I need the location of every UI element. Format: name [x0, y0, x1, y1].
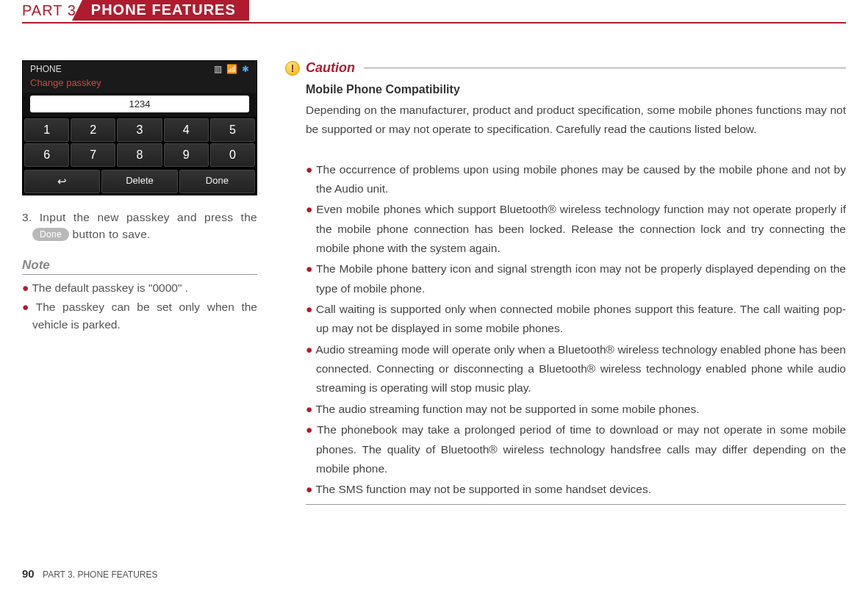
note-item-1: ●The default passkey is "0000" .	[22, 279, 257, 297]
caution-text: The phonebook may take a prolonged perio…	[316, 423, 846, 475]
note-heading: Note	[22, 258, 257, 275]
bullet-dot: ●	[306, 203, 316, 215]
caution-bullet-1: ●The occurrence of problems upon using m…	[306, 160, 846, 199]
key-8[interactable]: 8	[117, 143, 162, 167]
caution-end-rule	[306, 504, 846, 505]
caution-body: Mobile Phone Compatibility Depending on …	[285, 83, 846, 505]
caution-bullet-3: ●The Mobile phone battery icon and signa…	[306, 259, 846, 298]
caution-bullet-5: ●Audio streaming mode will operate only …	[306, 340, 846, 398]
passkey-input[interactable]: 1234	[30, 96, 249, 112]
step-3: 3. Input the new passkey and press the D…	[22, 209, 257, 243]
page-header: PART 3 PHONE FEATURES	[22, 0, 846, 24]
bullet-dot: ●	[306, 483, 315, 495]
key-1[interactable]: 1	[24, 118, 69, 142]
bullet-dot: ●	[306, 262, 316, 275]
page-title: PHONE FEATURES	[91, 1, 236, 18]
caution-text: Call waiting is supported only when conn…	[316, 303, 846, 334]
caution-text: The SMS function may not be supported in…	[315, 483, 651, 495]
caution-rule	[364, 68, 846, 68]
key-4[interactable]: 4	[164, 118, 209, 142]
step-text-after: button to save.	[69, 228, 151, 240]
caution-text: Even mobile phones which support Bluetoo…	[316, 203, 846, 254]
caution-bullet-7: ●The phonebook may take a prolonged peri…	[306, 420, 846, 478]
footer-text: PART 3. PHONE FEATURES	[43, 569, 157, 580]
note-item-2: ●The passkey can be set only when the ve…	[22, 298, 257, 334]
left-column: PHONE ▥ 📶 ✱ Change passkey 1234 1 2 3 4 …	[22, 60, 257, 505]
page-number: 90	[22, 567, 35, 580]
bullet-dot: ●	[22, 301, 36, 313]
key-6[interactable]: 6	[24, 143, 69, 167]
bullet-dot: ●	[22, 281, 32, 294]
screenshot-titlebar: PHONE ▥ 📶 ✱	[23, 61, 257, 77]
keypad: 1 2 3 4 5 6 7 8 9 0	[23, 117, 257, 168]
screenshot-title: PHONE	[30, 64, 62, 74]
note-text: The default passkey is "0000" .	[32, 281, 188, 294]
caution-bullet-8: ●The SMS function may not be supported i…	[306, 480, 846, 499]
signal-icon: 📶	[226, 64, 237, 74]
caution-title: Mobile Phone Compatibility	[306, 83, 846, 96]
battery-icon: ▥	[214, 64, 222, 74]
bullet-dot: ●	[306, 163, 316, 176]
screenshot-subtitle: Change passkey	[23, 77, 257, 93]
caution-header: ! Caution	[285, 60, 846, 76]
caution-text: The Mobile phone battery icon and signal…	[316, 262, 846, 294]
caution-text: The occurrence of problems upon using mo…	[316, 163, 846, 195]
status-icons: ▥ 📶 ✱	[214, 64, 249, 74]
bullet-dot: ●	[306, 423, 317, 436]
content-area: PHONE ▥ 📶 ✱ Change passkey 1234 1 2 3 4 …	[0, 24, 868, 505]
key-9[interactable]: 9	[164, 143, 209, 167]
key-0[interactable]: 0	[210, 143, 255, 167]
inline-done-button: Done	[32, 228, 69, 241]
done-button[interactable]: Done	[179, 170, 255, 193]
back-button[interactable]: ↩	[24, 170, 100, 193]
phone-screenshot: PHONE ▥ 📶 ✱ Change passkey 1234 1 2 3 4 …	[22, 60, 257, 195]
bullet-dot: ●	[306, 303, 316, 315]
key-2[interactable]: 2	[71, 118, 115, 142]
caution-label: Caution	[306, 60, 355, 76]
step-number: 3.	[22, 211, 32, 223]
caution-bullet-2: ●Even mobile phones which support Blueto…	[306, 200, 846, 258]
right-column: ! Caution Mobile Phone Compatibility Dep…	[285, 60, 846, 505]
bullet-dot: ●	[306, 343, 315, 356]
note-text: The passkey can be set only when the veh…	[32, 301, 257, 331]
page-footer: 90 PART 3. PHONE FEATURES	[22, 567, 158, 580]
step-text-before: Input the new passkey and press the	[40, 211, 257, 223]
header-title-bar: PHONE FEATURES	[82, 0, 249, 21]
delete-button[interactable]: Delete	[101, 170, 177, 193]
caution-text: The audio streaming function may not be …	[315, 403, 699, 415]
key-3[interactable]: 3	[117, 118, 162, 142]
key-7[interactable]: 7	[71, 143, 115, 167]
caution-icon: !	[285, 61, 300, 76]
key-5[interactable]: 5	[210, 118, 255, 142]
caution-intro: Depending on the manufacturer, product a…	[306, 101, 846, 140]
caution-bullet-6: ●The audio streaming function may not be…	[306, 400, 846, 419]
bluetooth-icon: ✱	[242, 64, 249, 74]
caution-bullet-4: ●Call waiting is supported only when con…	[306, 300, 846, 339]
screenshot-bottom-bar: ↩ Delete Done	[23, 168, 257, 195]
bullet-dot: ●	[306, 403, 315, 415]
caution-text: Audio streaming mode will operate only w…	[315, 343, 846, 395]
